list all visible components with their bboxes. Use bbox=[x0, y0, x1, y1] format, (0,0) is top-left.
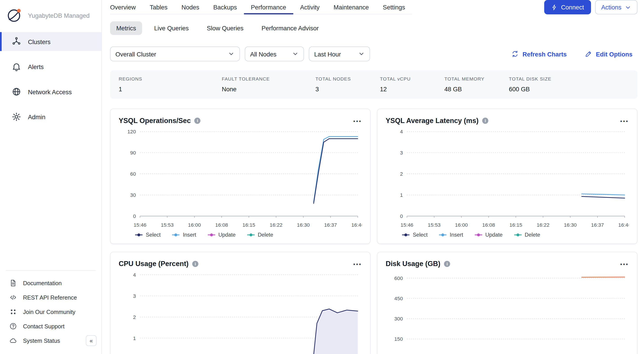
globe-icon bbox=[12, 87, 21, 97]
brand: YugabyteDB Managed bbox=[0, 5, 102, 32]
chevron-down-icon bbox=[625, 4, 631, 10]
chart-plot: 015030045060015:4615:5316:0016:0816:1516… bbox=[386, 270, 629, 354]
legend-item[interactable]: Insert bbox=[439, 232, 463, 238]
chart-menu-button[interactable]: ⋯ bbox=[620, 116, 629, 125]
refresh-charts-link[interactable]: Refresh Charts bbox=[512, 50, 567, 58]
sidebar-item[interactable]: Network Access bbox=[0, 82, 102, 101]
svg-text:120: 120 bbox=[127, 129, 136, 134]
svg-text:1: 1 bbox=[133, 335, 136, 341]
page-tab[interactable]: Settings bbox=[376, 0, 412, 14]
stat-value: 600 GB bbox=[509, 85, 629, 92]
connect-button[interactable]: Connect bbox=[544, 0, 591, 14]
performance-subtab[interactable]: Metrics bbox=[110, 21, 142, 35]
chevron-down-icon bbox=[358, 51, 365, 57]
nodes-select[interactable]: All Nodes bbox=[245, 47, 304, 61]
svg-text:16:22: 16:22 bbox=[537, 222, 550, 228]
sidebar-nav: Clusters Alerts Network Access Admin bbox=[0, 32, 102, 126]
stat-value: 48 GB bbox=[444, 85, 509, 92]
performance-subtab-label: Performance Advisor bbox=[262, 25, 319, 32]
svg-text:450: 450 bbox=[394, 295, 403, 301]
sidebar: YugabyteDB Managed Clusters Alerts Netwo… bbox=[0, 0, 102, 354]
svg-text:600: 600 bbox=[394, 275, 403, 281]
svg-text:15:46: 15:46 bbox=[134, 222, 146, 228]
community-icon bbox=[9, 307, 17, 316]
info-icon[interactable]: i bbox=[192, 261, 198, 267]
page-tab[interactable]: Overview bbox=[110, 0, 142, 14]
legend-marker-icon bbox=[247, 234, 254, 235]
chart-title: Disk Usage (GB) bbox=[386, 260, 440, 268]
legend-marker-icon bbox=[514, 234, 522, 235]
legend-item[interactable]: Update bbox=[475, 232, 502, 238]
chart-header: YSQL Average Latency (ms)i⋯ bbox=[386, 116, 629, 125]
sidebar-item[interactable]: Alerts bbox=[0, 57, 102, 76]
svg-text:0: 0 bbox=[133, 213, 136, 219]
info-icon[interactable]: i bbox=[482, 118, 488, 124]
timerange-select[interactable]: Last Hour bbox=[309, 47, 370, 61]
svg-text:16:00: 16:00 bbox=[188, 222, 201, 228]
sidebar-item-label: Clusters bbox=[28, 38, 50, 45]
legend-item[interactable]: Update bbox=[208, 232, 236, 238]
info-icon[interactable]: i bbox=[194, 118, 200, 124]
page-tab[interactable]: Maintenance bbox=[326, 0, 376, 14]
page-tab-label: Performance bbox=[251, 4, 286, 11]
chart-menu-button[interactable]: ⋯ bbox=[353, 116, 362, 125]
actions-button[interactable]: Actions bbox=[595, 0, 638, 14]
sidebar-divider bbox=[6, 270, 96, 271]
svg-text:150: 150 bbox=[394, 336, 403, 342]
sidebar-footer-item[interactable]: REST API Reference bbox=[0, 290, 102, 304]
svg-text:4: 4 bbox=[133, 272, 136, 278]
svg-text:30: 30 bbox=[130, 192, 136, 198]
legend-item[interactable]: Insert bbox=[172, 232, 196, 238]
stat-label: TOTAL MEMORY bbox=[444, 76, 509, 81]
page-tab-label: Nodes bbox=[182, 4, 199, 11]
sidebar-item[interactable]: Clusters bbox=[0, 32, 102, 51]
page-tab[interactable]: Backups bbox=[206, 0, 244, 14]
chart-menu-button[interactable]: ⋯ bbox=[620, 260, 629, 268]
select-value: Last Hour bbox=[314, 50, 341, 57]
gear-icon bbox=[12, 112, 21, 122]
svg-text:0: 0 bbox=[400, 213, 403, 219]
svg-text:15:53: 15:53 bbox=[428, 222, 440, 228]
svg-text:3: 3 bbox=[133, 293, 136, 299]
legend-item[interactable]: Delete bbox=[247, 232, 273, 238]
page-tab[interactable]: Tables bbox=[143, 0, 174, 14]
chart-plot: 030609012015:4615:5316:0016:0816:1516:22… bbox=[119, 127, 362, 230]
sidebar-footer-item[interactable]: Documentation bbox=[0, 275, 102, 290]
stat-label: REGIONS bbox=[119, 76, 222, 81]
svg-text:16:22: 16:22 bbox=[270, 222, 282, 228]
sidebar-spacer bbox=[0, 126, 102, 266]
page-tab[interactable]: Performance bbox=[244, 0, 293, 14]
info-icon[interactable]: i bbox=[444, 261, 450, 267]
sidebar-item[interactable]: Admin bbox=[0, 107, 102, 126]
cluster-select[interactable]: Overall Cluster bbox=[110, 47, 240, 61]
performance-subtab[interactable]: Performance Advisor bbox=[255, 21, 325, 35]
legend-label: Select bbox=[146, 232, 160, 238]
page-tab-label: Overview bbox=[110, 4, 136, 11]
page-tab[interactable]: Nodes bbox=[174, 0, 206, 14]
performance-subtab[interactable]: Slow Queries bbox=[201, 21, 250, 35]
svg-text:16:00: 16:00 bbox=[455, 222, 468, 228]
svg-text:300: 300 bbox=[394, 316, 403, 322]
svg-text:15:46: 15:46 bbox=[400, 222, 414, 228]
performance-subtab[interactable]: Live Queries bbox=[148, 21, 195, 35]
chart-card: CPU Usage (Percent)i⋯0123415:4615:5316:0… bbox=[110, 252, 370, 354]
select-value: Overall Cluster bbox=[116, 50, 156, 57]
legend-item[interactable]: Delete bbox=[514, 232, 540, 238]
sidebar-footer-item[interactable]: Join Our Community bbox=[0, 304, 102, 319]
sidebar-footer-item[interactable]: System Status « bbox=[0, 333, 102, 348]
support-icon bbox=[9, 322, 17, 330]
cluster-stats-bar: REGIONS 1 FAULT TOLERANCE None TOTAL NOD… bbox=[110, 70, 638, 99]
svg-text:16:30: 16:30 bbox=[564, 222, 577, 228]
sidebar-collapse-button[interactable]: « bbox=[86, 335, 96, 346]
page-tab[interactable]: Activity bbox=[293, 0, 326, 14]
edit-options-link[interactable]: Edit Options bbox=[585, 50, 632, 58]
legend-marker-icon bbox=[475, 234, 482, 235]
legend-item[interactable]: Select bbox=[135, 232, 161, 238]
stat: FAULT TOLERANCE None bbox=[222, 76, 316, 92]
sidebar-footer-item[interactable]: Contact Support bbox=[0, 319, 102, 333]
page-tab-label: Backups bbox=[213, 4, 237, 11]
chart-menu-button[interactable]: ⋯ bbox=[353, 260, 362, 268]
legend-label: Delete bbox=[258, 232, 273, 238]
actions-label: Actions bbox=[601, 4, 621, 11]
legend-item[interactable]: Select bbox=[402, 232, 428, 238]
